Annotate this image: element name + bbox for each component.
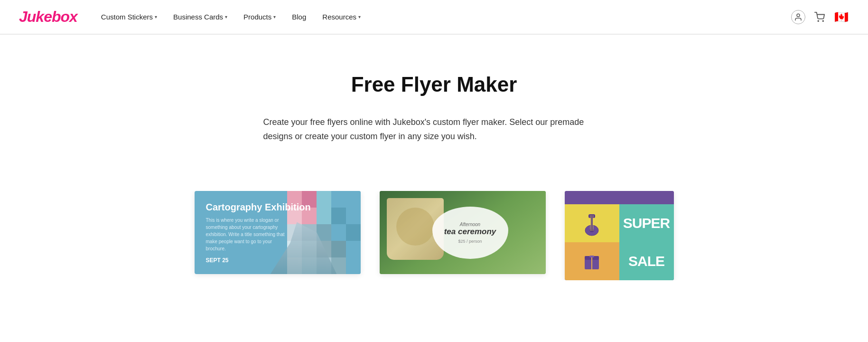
nav-label-business-cards: Business Cards — [173, 13, 223, 21]
flyer-card-cartography[interactable]: Cartography Exhibition This is where you… — [195, 191, 361, 274]
cartography-title: Cartography Exhibition — [206, 202, 349, 213]
svg-rect-13 — [589, 256, 594, 257]
nav-item-business-cards[interactable]: Business Cards ▾ — [167, 9, 234, 25]
tea-title: tea ceremony — [444, 227, 496, 237]
tea-price: $25 / person — [458, 239, 482, 244]
sale-text: SALE — [628, 254, 664, 268]
cart-icon[interactable] — [814, 12, 825, 22]
box-icon-cell — [565, 242, 619, 280]
nav-item-products[interactable]: Products ▾ — [237, 9, 282, 25]
nav-item-blog[interactable]: Blog — [285, 9, 313, 25]
super-text-cell: SUPER — [619, 204, 674, 242]
svg-point-2 — [822, 20, 823, 21]
logo[interactable]: Jukebox — [19, 8, 77, 26]
cartography-description: This is where you write a slogan or some… — [206, 217, 291, 252]
tea-subtitle: Afternoon — [460, 222, 480, 227]
svg-point-0 — [797, 14, 800, 17]
flyer-cards-preview: Cartography Exhibition This is where you… — [0, 191, 868, 280]
flyer-card-tea[interactable]: Afternoon tea ceremony $25 / person — [380, 191, 546, 274]
account-icon[interactable] — [791, 10, 805, 24]
cartography-date: SEPT 25 — [206, 257, 349, 264]
page-title: Free Flyer Maker — [19, 73, 849, 96]
sale-grid: SUPER SALE — [565, 204, 674, 280]
svg-point-1 — [818, 20, 819, 21]
sale-text-cell: SALE — [619, 242, 674, 280]
nav-item-resources[interactable]: Resources ▾ — [316, 9, 367, 25]
sale-top-bar — [565, 191, 674, 204]
nav-item-custom-stickers[interactable]: Custom Stickers ▾ — [94, 9, 164, 25]
navbar: Jukebox Custom Stickers ▾ Business Cards… — [0, 0, 868, 34]
chevron-down-icon: ▾ — [225, 14, 227, 19]
chevron-down-icon: ▾ — [273, 14, 276, 19]
flag-icon[interactable]: 🇨🇦 — [834, 10, 849, 25]
guitar-cell — [565, 204, 619, 242]
nav-label-blog: Blog — [292, 13, 306, 21]
flyer-card-sale[interactable]: SUPER SALE — [565, 191, 674, 280]
nav-label-products: Products — [243, 13, 271, 21]
chevron-down-icon: ▾ — [358, 14, 361, 19]
nav-links: Custom Stickers ▾ Business Cards ▾ Produ… — [94, 9, 791, 25]
nav-right: 🇨🇦 — [791, 10, 849, 25]
hero-section: Free Flyer Maker Create your free flyers… — [0, 35, 868, 191]
nav-label-custom-stickers: Custom Stickers — [101, 13, 153, 21]
nav-label-resources: Resources — [322, 13, 356, 21]
chevron-down-icon: ▾ — [155, 14, 157, 19]
super-text: SUPER — [623, 216, 670, 230]
hero-description: Create your free flyers online with Juke… — [263, 115, 605, 143]
